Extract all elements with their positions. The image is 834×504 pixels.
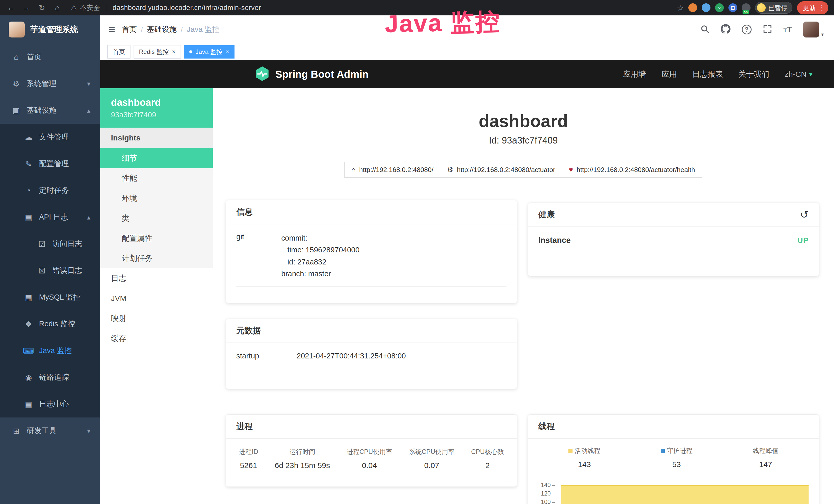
breadcrumb-home[interactable]: 首页: [122, 24, 137, 35]
sidebar-item-mysql[interactable]: ▦ MySQL 监控: [0, 284, 100, 311]
stat-label: 活动线程: [568, 446, 600, 455]
extension-icon-4[interactable]: ⊞: [728, 3, 737, 12]
sidebar-section-insights[interactable]: Insights: [100, 128, 213, 148]
redis-icon: ❖: [23, 320, 35, 329]
sidebar-item-infra[interactable]: ▣ 基础设施 ▴: [0, 97, 100, 124]
health-url: http://192.168.0.2:48080/actuator/health: [577, 166, 695, 174]
instance-menu-metrics[interactable]: 性能: [100, 168, 213, 188]
github-icon[interactable]: [721, 24, 730, 35]
sidebar-item-home[interactable]: ⌂ 首页: [0, 44, 100, 70]
close-icon[interactable]: ×: [172, 48, 175, 55]
clock-icon: ◔: [23, 186, 35, 195]
font-size-icon[interactable]: TT: [784, 25, 792, 35]
actuator-url-link[interactable]: ⚙ http://192.168.0.2:48080/actuator: [440, 162, 562, 178]
instance-menu-logs[interactable]: 日志: [100, 268, 213, 288]
paused-label: 已暂停: [768, 4, 788, 12]
browser-home-icon[interactable]: ⌂: [52, 3, 63, 12]
instance-links: ⌂ http://192.168.0.2:48080/ ⚙ http://192…: [213, 162, 834, 178]
instance-menu-mappings[interactable]: 映射: [100, 308, 213, 328]
app-window: 芋道管理系统 ⌂ 首页 ⚙ 系统管理 ▾ ▣ 基础设施 ▴ ☁ 文件管理: [0, 16, 834, 504]
extension-icon-5[interactable]: on: [742, 3, 750, 12]
sba-language-select[interactable]: zh-CN ▾: [785, 70, 812, 78]
admin-sidebar: 芋道管理系统 ⌂ 首页 ⚙ 系统管理 ▾ ▣ 基础设施 ▴ ☁ 文件管理: [0, 16, 100, 504]
sidebar-item-config[interactable]: ✎ 配置管理: [0, 151, 100, 177]
live-threads-area: [561, 485, 809, 504]
sidebar-item-label: 访问日志: [52, 239, 82, 249]
sidebar-item-label: MySQL 监控: [39, 292, 81, 302]
sidebar-item-label: 系统管理: [27, 78, 57, 89]
monitor-icon: ▣: [10, 106, 22, 115]
browser-reload-icon[interactable]: ↻: [37, 3, 47, 12]
instance-menu-scheduled-tasks[interactable]: 计划任务: [100, 248, 213, 268]
browser-update-button[interactable]: 更新 ⋮: [797, 1, 828, 15]
bookmark-star-icon[interactable]: ☆: [677, 3, 684, 12]
user-menu[interactable]: ▾: [803, 22, 824, 38]
extension-icon-2[interactable]: [702, 3, 710, 12]
close-icon[interactable]: ×: [225, 48, 229, 55]
sidebar-item-access-logs[interactable]: ☑ 访问日志: [0, 231, 100, 257]
tab-redis-monitor[interactable]: Redis 监控 ×: [134, 45, 181, 59]
tab-home[interactable]: 首页: [107, 45, 130, 59]
sidebar-item-label: 配置管理: [39, 159, 69, 169]
tab-java-monitor[interactable]: Java 监控 ×: [184, 45, 235, 59]
sidebar-item-redis[interactable]: ❖ Redis 监控: [0, 311, 100, 337]
history-icon[interactable]: ↺: [800, 209, 809, 221]
app-logo[interactable]: 芋道管理系统: [0, 16, 100, 44]
stat-label: CPU核心数: [471, 448, 504, 456]
fullscreen-icon[interactable]: [763, 24, 772, 35]
instance-header[interactable]: dashboard 93a3fc7f7409: [100, 88, 213, 128]
status-badge: UP: [797, 236, 809, 245]
instance-menu-environment[interactable]: 环境: [100, 188, 213, 208]
extension-icon-3[interactable]: v: [715, 3, 724, 12]
hamburger-icon[interactable]: ≡: [100, 23, 122, 37]
process-stat: 进程CPU使用率 0.04: [347, 448, 392, 470]
sidebar-item-files[interactable]: ☁ 文件管理: [0, 124, 100, 151]
sidebar-item-label: 文件管理: [39, 132, 69, 142]
search-icon[interactable]: [700, 24, 709, 35]
security-chip[interactable]: ⚠ 不安全: [71, 3, 100, 12]
sba-nav-about[interactable]: 关于我们: [739, 69, 769, 79]
service-url-link[interactable]: ⌂ http://192.168.0.2:48080/: [345, 162, 440, 178]
sba-language-value: zh-CN: [785, 70, 807, 78]
sba-brand[interactable]: Spring Boot Admin: [254, 66, 369, 83]
heart-icon: ♥: [569, 166, 573, 174]
browser-menu-icon[interactable]: ⋮: [818, 4, 825, 12]
threads-stat-peak: 线程峰值 147: [753, 446, 778, 469]
sba-logo-icon: [254, 66, 270, 83]
browser-back-icon[interactable]: ←: [6, 3, 17, 12]
extension-on-badge: on: [743, 10, 749, 14]
service-url: http://192.168.0.2:48080/: [359, 166, 433, 174]
health-instance-row: Instance UP: [539, 236, 809, 253]
sidebar-item-api-logs[interactable]: ▤ API 日志 ▴: [0, 204, 100, 231]
instance-menu-caches[interactable]: 缓存: [100, 328, 213, 348]
error-log-icon: ☒: [36, 266, 48, 275]
document-icon: ▤: [23, 213, 35, 222]
sidebar-item-label: 链路追踪: [39, 372, 69, 383]
instance-menu-details[interactable]: 细节: [100, 148, 213, 168]
profile-paused-badge[interactable]: 已暂停: [755, 2, 792, 14]
sidebar-item-java[interactable]: ⌨ Java 监控: [0, 337, 100, 364]
instance-menu-config-props[interactable]: 配置属性: [100, 228, 213, 248]
sidebar-item-log-center[interactable]: ▤ 日志中心: [0, 391, 100, 417]
sidebar-item-error-logs[interactable]: ☒ 错误日志: [0, 257, 100, 284]
sidebar-item-system[interactable]: ⚙ 系统管理 ▾: [0, 70, 100, 97]
extension-icon-1[interactable]: [688, 3, 697, 12]
help-icon[interactable]: ?: [742, 25, 751, 35]
sidebar-item-jobs[interactable]: ◔ 定时任务: [0, 177, 100, 204]
instance-sidebar: dashboard 93a3fc7f7409 Insights 细节 性能 环境…: [100, 88, 213, 504]
sidebar-item-devtools[interactable]: ⊞ 研发工具 ▾: [0, 417, 100, 444]
breadcrumb-infra[interactable]: 基础设施: [147, 24, 177, 35]
sba-nav-applications[interactable]: 应用: [661, 69, 677, 79]
url-text[interactable]: dashboard.yudao.iocoder.cn/infra/admin-s…: [112, 4, 261, 12]
sba-nav-journal[interactable]: 日志报表: [692, 69, 723, 79]
browser-forward-icon[interactable]: →: [21, 3, 32, 12]
instance-menu-classes[interactable]: 类: [100, 208, 213, 228]
threads-card: 线程 活动线程 143 守护进程: [528, 415, 819, 504]
profile-avatar-icon: [757, 3, 766, 12]
sba-nav-wallboard[interactable]: 应用墙: [623, 69, 646, 79]
instance-menu-jvm[interactable]: JVM: [100, 288, 213, 308]
stat-label: 守护进程: [661, 446, 693, 455]
sidebar-item-tracing[interactable]: ◉ 链路追踪: [0, 364, 100, 391]
annotation-text: Java 监控: [385, 5, 501, 40]
health-url-link[interactable]: ♥ http://192.168.0.2:48080/actuator/heal…: [562, 162, 702, 178]
